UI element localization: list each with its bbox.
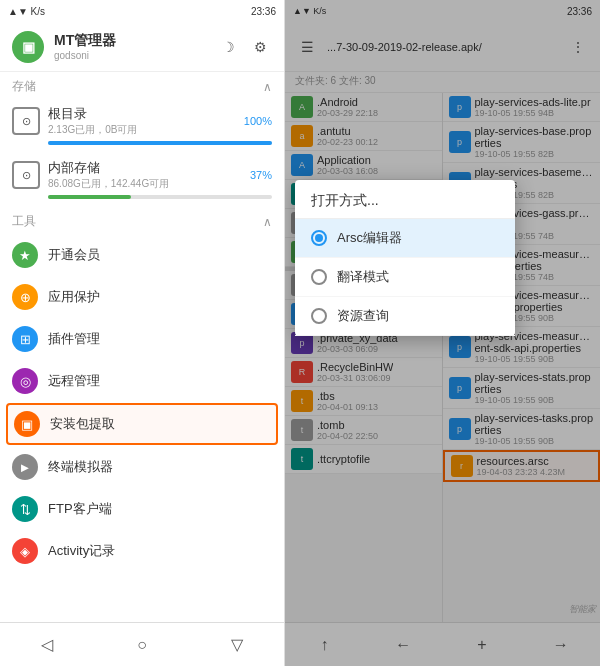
terminal-label: 终端模拟器 xyxy=(48,458,113,476)
header-icons: ☽ ⚙ xyxy=(216,35,272,59)
signal-icon: ▲▼ K/s xyxy=(8,6,45,17)
radio-translate xyxy=(311,269,327,285)
root-detail: 2.13G已用，0B可用 xyxy=(48,123,236,137)
moon-icon[interactable]: ☽ xyxy=(216,35,240,59)
menu-item-protect[interactable]: ⊕ 应用保护 xyxy=(0,276,284,318)
terminal-icon: ► xyxy=(12,454,38,480)
protect-icon: ⊕ xyxy=(12,284,38,310)
option-resource-label: 资源查询 xyxy=(337,307,389,325)
root-progress-container xyxy=(48,141,272,145)
menu-item-remote[interactable]: ◎ 远程管理 xyxy=(0,360,284,402)
remote-icon: ◎ xyxy=(12,368,38,394)
status-bar-left: ▲▼ K/s 23:36 xyxy=(0,0,284,22)
vip-icon: ★ xyxy=(12,242,38,268)
activity-label: Activity记录 xyxy=(48,542,115,560)
radio-resource xyxy=(311,308,327,324)
dialog-option-arsc[interactable]: Arsc编辑器 xyxy=(295,219,515,258)
left-panel: ▲▼ K/s 23:36 ▣ MT管理器 godsoni ☽ ⚙ 存储 ∧ ⊙ … xyxy=(0,0,285,666)
app-header: ▣ MT管理器 godsoni ☽ ⚙ xyxy=(0,22,284,72)
storage-item-internal[interactable]: ⊙ 内部存储 86.08G已用，142.44G可用 37% xyxy=(0,153,284,207)
activity-icon: ◈ xyxy=(12,538,38,564)
ftp-icon: ⇅ xyxy=(12,496,38,522)
internal-name: 内部存储 xyxy=(48,159,242,177)
app-icon: ▣ xyxy=(12,31,44,63)
menu-item-apk[interactable]: ▣ 安装包提取 xyxy=(6,403,278,445)
home-btn-left[interactable]: ○ xyxy=(124,627,160,663)
storage-item-root[interactable]: ⊙ 根目录 2.13G已用，0B可用 100% xyxy=(0,99,284,153)
option-arsc-label: Arsc编辑器 xyxy=(337,229,402,247)
ftp-label: FTP客户端 xyxy=(48,500,112,518)
dialog-option-translate[interactable]: 翻译模式 xyxy=(295,258,515,297)
dialog-overlay: 打开方式... Arsc编辑器 翻译模式 资源查询 xyxy=(285,0,600,666)
app-title: MT管理器 xyxy=(54,32,216,50)
storage-section-header: 存储 ∧ xyxy=(0,72,284,99)
tools-section-header: 工具 ∧ xyxy=(0,207,284,234)
apk-label: 安装包提取 xyxy=(50,415,115,433)
dialog-option-resource[interactable]: 资源查询 xyxy=(295,297,515,336)
vip-label: 开通会员 xyxy=(48,246,100,264)
open-with-dialog: 打开方式... Arsc编辑器 翻译模式 资源查询 xyxy=(295,180,515,336)
gear-icon[interactable]: ⚙ xyxy=(248,35,272,59)
internal-info: 内部存储 86.08G已用，142.44G可用 xyxy=(48,159,242,191)
storage-label: 存储 xyxy=(12,78,36,95)
watermark: 智能家 xyxy=(569,603,596,616)
back-btn-left[interactable]: ◁ xyxy=(29,627,65,663)
right-panel: ▲▼ K/s 23:36 ☰ ...7-30-09-2019-02-releas… xyxy=(285,0,600,666)
root-icon: ⊙ xyxy=(12,107,40,135)
menu-item-activity[interactable]: ◈ Activity记录 xyxy=(0,530,284,572)
root-name: 根目录 xyxy=(48,105,236,123)
internal-progress-container xyxy=(48,195,272,199)
tools-label: 工具 xyxy=(12,213,36,230)
storage-collapse-icon[interactable]: ∧ xyxy=(263,80,272,94)
protect-label: 应用保护 xyxy=(48,288,100,306)
bottom-nav-left: ◁ ○ ▽ xyxy=(0,622,284,666)
root-percent: 100% xyxy=(244,115,272,127)
internal-percent: 37% xyxy=(250,169,272,181)
time-left: 23:36 xyxy=(251,6,276,17)
root-progress-fill xyxy=(48,141,272,145)
menu-item-plugin[interactable]: ⊞ 插件管理 xyxy=(0,318,284,360)
app-subtitle: godsoni xyxy=(54,50,216,61)
remote-label: 远程管理 xyxy=(48,372,100,390)
option-translate-label: 翻译模式 xyxy=(337,268,389,286)
root-info: 根目录 2.13G已用，0B可用 xyxy=(48,105,236,137)
plugin-label: 插件管理 xyxy=(48,330,100,348)
internal-progress-fill xyxy=(48,195,131,199)
tools-collapse-icon[interactable]: ∧ xyxy=(263,215,272,229)
radio-arsc xyxy=(311,230,327,246)
apk-icon: ▣ xyxy=(14,411,40,437)
menu-item-vip[interactable]: ★ 开通会员 xyxy=(0,234,284,276)
plugin-icon: ⊞ xyxy=(12,326,38,352)
internal-detail: 86.08G已用，142.44G可用 xyxy=(48,177,242,191)
menu-item-terminal[interactable]: ► 终端模拟器 xyxy=(0,446,284,488)
internal-icon: ⊙ xyxy=(12,161,40,189)
recent-btn-left[interactable]: ▽ xyxy=(219,627,255,663)
menu-item-ftp[interactable]: ⇅ FTP客户端 xyxy=(0,488,284,530)
dialog-title: 打开方式... xyxy=(295,180,515,219)
app-title-area: MT管理器 godsoni xyxy=(54,32,216,61)
